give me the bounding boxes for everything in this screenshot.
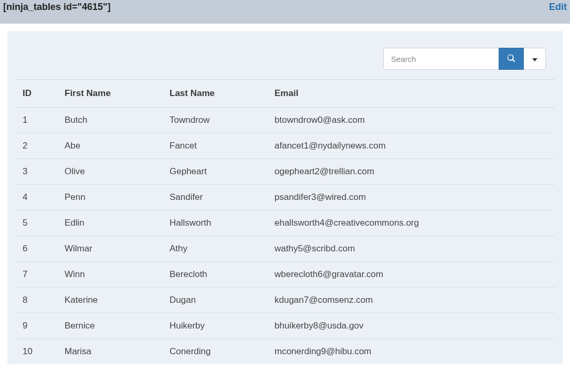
cell-email: kdugan7@comsenz.com [267,288,555,313]
cell-id: 1 [15,108,57,133]
table-row: 4PennSandiferpsandifer3@wired.com [15,185,555,210]
cell-last_name: Huikerby [162,313,267,339]
cell-id: 4 [15,185,57,210]
search-button[interactable] [499,48,524,70]
cell-first_name: Marisa [57,339,162,365]
cell-id: 6 [15,236,57,262]
cell-first_name: Wilmar [57,236,162,262]
table-row: 7WinnBereclothwberecloth6@gravatar.com [15,262,555,288]
cell-id: 9 [15,313,57,339]
search-input[interactable] [383,48,499,70]
cell-id: 3 [15,159,57,185]
cell-first_name: Katerine [57,288,162,313]
cell-id: 10 [15,339,57,365]
table-row: 10MarisaConerdingmconerding9@hibu.com [15,339,555,365]
cell-last_name: Hallsworth [162,210,267,236]
table-container: ID First Name Last Name Email 1ButchTown… [7,31,563,364]
column-header-id[interactable]: ID [15,80,57,108]
header-bar: [ninja_tables id="4615"] Edit [0,0,570,24]
dropdown-toggle[interactable] [524,48,546,70]
cell-id: 8 [15,288,57,313]
cell-last_name: Towndrow [162,108,267,133]
cell-first_name: Abe [57,133,162,159]
cell-last_name: Gepheart [162,159,267,185]
cell-email: wberecloth6@gravatar.com [267,262,555,288]
cell-email: ogepheart2@trellian.com [267,159,555,185]
search-group [383,48,546,70]
table-row: 6WilmarAthywathy5@scribd.com [15,236,555,262]
cell-last_name: Sandifer [162,185,267,210]
cell-email: ehallsworth4@creativecommons.org [267,210,555,236]
cell-email: btowndrow0@ask.com [267,108,555,133]
cell-last_name: Fancet [162,133,267,159]
cell-first_name: Bernice [57,313,162,339]
table-row: 9BerniceHuikerbybhuikerby8@usda.gov [15,313,555,339]
cell-last_name: Conerding [162,339,267,365]
cell-first_name: Winn [57,262,162,288]
column-header-email[interactable]: Email [267,80,555,108]
cell-last_name: Berecloth [162,262,267,288]
search-row [7,31,563,79]
cell-email: bhuikerby8@usda.gov [267,313,555,339]
table-row: 8KaterineDugankdugan7@comsenz.com [15,288,555,313]
table-row: 3OliveGepheartogepheart2@trellian.com [15,159,555,185]
cell-id: 7 [15,262,57,288]
cell-first_name: Olive [57,159,162,185]
table-row: 2AbeFancetafancet1@nydailynews.com [15,133,555,159]
shortcode-label: [ninja_tables id="4615"] [3,2,111,13]
cell-email: afancet1@nydailynews.com [267,133,555,159]
column-header-last-name[interactable]: Last Name [162,80,267,108]
cell-first_name: Penn [57,185,162,210]
edit-link[interactable]: Edit [549,2,567,13]
cell-first_name: Butch [57,108,162,133]
cell-id: 2 [15,133,57,159]
cell-last_name: Dugan [162,288,267,313]
cell-email: mconerding9@hibu.com [267,339,555,365]
search-icon [507,54,515,64]
cell-email: wathy5@scribd.com [267,236,555,262]
caret-down-icon [532,55,537,63]
cell-email: psandifer3@wired.com [267,185,555,210]
table-row: 1ButchTowndrowbtowndrow0@ask.com [15,108,555,133]
cell-last_name: Athy [162,236,267,262]
table-row: 5EdlinHallsworthehallsworth4@creativecom… [15,210,555,236]
table-header-row: ID First Name Last Name Email [15,80,555,108]
cell-first_name: Edlin [57,210,162,236]
column-header-first-name[interactable]: First Name [57,80,162,108]
cell-id: 5 [15,210,57,236]
data-table: ID First Name Last Name Email 1ButchTown… [15,79,555,364]
